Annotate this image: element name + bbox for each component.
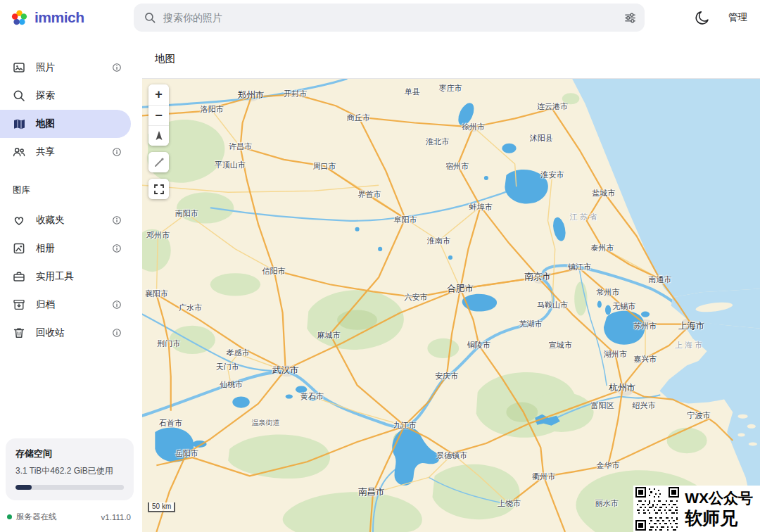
info-icon[interactable] [111,62,122,73]
zoom-out-button[interactable]: − [148,105,169,125]
pitch-control-group [148,152,169,172]
fullscreen-button[interactable] [148,179,169,199]
photos-icon [12,61,26,75]
sidebar-item-label: 地图 [36,118,55,130]
archive-icon [12,298,26,312]
compass-button[interactable] [148,125,169,146]
server-status-label: 服务器在线 [16,512,57,522]
theme-toggle-button[interactable] [695,10,710,25]
storage-title: 存储空间 [15,448,124,460]
info-icon[interactable] [111,215,122,226]
pitch-toggle-button[interactable] [148,152,169,172]
sidebar-item-utilities[interactable]: 实用工具 [0,262,131,291]
map-canvas[interactable]: 洛阳市郑州市开封市单县枣庄市连云港市商丘市徐州市沭阳县许昌市淮北市平顶山市周口市… [142,79,760,532]
search-bar[interactable] [134,4,645,32]
fullscreen-control-group [148,179,169,199]
toolbox-icon [12,270,26,284]
search-input[interactable] [163,12,617,23]
page-title: 地图 [142,35,760,79]
moon-icon [695,10,710,25]
sidebar-item-label: 实用工具 [36,270,74,283]
top-bar: immich 管理 [0,0,760,35]
sidebar-item-map[interactable]: 地图 [0,110,131,138]
zoom-in-button[interactable]: + [148,84,169,105]
compass-needle-icon [153,129,165,142]
album-icon [12,241,26,255]
app-logo[interactable]: immich [10,8,134,27]
server-status: 服务器在线 [7,512,57,522]
storage-usage: 3.1 TiB中462.2 GiB已使用 [15,465,124,477]
sidebar-item-photos[interactable]: 照片 [0,53,131,82]
sidebar-item-label: 收藏夹 [36,214,65,227]
sidebar-item-favorites[interactable]: 收藏夹 [0,206,131,234]
map-scale-bar: 50 km [148,502,175,512]
map-icon [12,117,26,131]
info-icon[interactable] [111,146,122,158]
immich-flower-icon [10,8,29,27]
search-filter-icon[interactable] [624,12,636,24]
sidebar-item-archive[interactable]: 归档 [0,291,131,319]
sidebar-item-trash[interactable]: 回收站 [0,319,131,347]
sidebar-item-label: 照片 [36,61,55,74]
info-icon[interactable] [111,243,122,254]
sidebar-item-label: 回收站 [36,327,65,339]
watermark: WX公众号 软师兄 [633,486,760,532]
app-version: v1.111.0 [101,513,131,521]
search-icon [144,11,156,24]
trash-icon [12,326,26,340]
map-tiles [142,79,760,532]
people-icon [12,145,26,159]
info-icon[interactable] [111,299,122,310]
admin-button[interactable]: 管理 [728,11,747,24]
watermark-line1: WX公众号 [685,489,753,507]
library-section-label: 图库 [13,184,142,196]
sidebar-item-label: 相册 [36,242,55,255]
explore-search-icon [12,89,26,103]
sidebar-footer: 服务器在线 v1.111.0 [0,506,142,532]
app-title: immich [34,9,84,26]
storage-card: 存储空间 3.1 TiB中462.2 GiB已使用 [6,438,134,500]
diagonal-line-icon [153,156,165,169]
sidebar-item-label: 探索 [36,89,55,102]
fullscreen-icon [153,183,165,196]
watermark-line2: 软师兄 [685,507,753,528]
storage-progress-fill [15,485,32,490]
sidebar-item-label: 共享 [36,146,55,158]
server-online-dot [7,514,12,519]
info-icon[interactable] [111,327,122,338]
heart-icon [12,213,26,227]
map-controls: + − [148,84,169,199]
sidebar-item-sharing[interactable]: 共享 [0,138,131,166]
sidebar-item-explore[interactable]: 探索 [0,82,131,110]
sidebar: 照片 探索 地图 [0,35,142,532]
storage-progress [15,485,124,490]
sidebar-item-albums[interactable]: 相册 [0,234,131,262]
sidebar-item-label: 归档 [36,298,55,311]
zoom-control-group: + − [148,84,169,146]
main-content: 地图 [142,35,760,532]
qr-code [635,487,679,531]
